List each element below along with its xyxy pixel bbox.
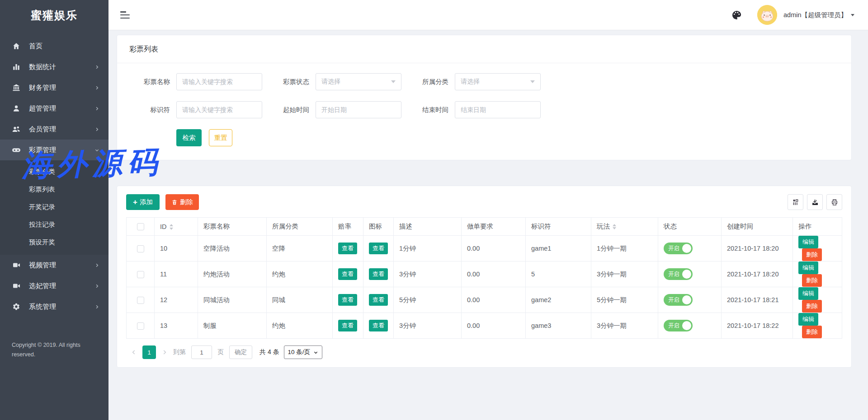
column-header: ID — [155, 218, 198, 236]
filter-select[interactable]: 请选择 — [316, 73, 401, 90]
sidebar-subitem[interactable]: 预设开奖 — [0, 233, 108, 251]
filter-input[interactable] — [182, 78, 256, 85]
page-size-select[interactable]: 10 条/页 — [284, 345, 323, 359]
add-button[interactable]: + 添加 — [126, 194, 160, 210]
filter-input-wrap — [176, 73, 262, 90]
sidebar-item-admins[interactable]: 超管管理 — [0, 98, 108, 119]
delete-button[interactable]: 删除 — [802, 300, 822, 313]
view-odds-button[interactable]: 查看 — [338, 294, 357, 306]
goto-page-input[interactable] — [191, 345, 212, 359]
sidebar-item-home[interactable]: 首页 — [0, 36, 108, 56]
edit-button[interactable]: 编辑 — [798, 313, 818, 326]
columns-icon — [792, 199, 799, 206]
prev-page-button[interactable] — [131, 349, 137, 355]
select-placeholder: 请选择 — [461, 78, 480, 86]
filter-input[interactable] — [182, 106, 256, 113]
view-odds-button[interactable]: 查看 — [338, 320, 357, 331]
status-toggle[interactable]: 开启 — [664, 320, 693, 331]
cell-category: 约炮 — [267, 261, 333, 287]
row-checkbox[interactable] — [137, 271, 144, 278]
filter-input[interactable] — [321, 106, 396, 113]
sidebar-subitem[interactable]: 开奖记录 — [0, 198, 108, 216]
column-header: 操作 — [793, 218, 842, 236]
user-menu[interactable]: admin【超级管理员】 — [783, 11, 854, 19]
theme-palette-icon[interactable] — [731, 10, 742, 20]
column-header: 玩法 — [591, 218, 658, 236]
sidebar-toggle-button[interactable] — [120, 11, 130, 19]
sidebar-item-lottery[interactable]: 彩票管理 — [0, 140, 108, 160]
view-icon-button[interactable]: 查看 — [369, 268, 388, 280]
export-icon — [811, 199, 819, 206]
toggle-knob — [682, 270, 691, 279]
table-body: 10空降活动空降查看查看1分钟0.00game11分钟一期开启2021-10-1… — [127, 236, 842, 339]
view-odds-button[interactable]: 查看 — [338, 243, 357, 254]
app-root: 蜜獾娱乐 首页数据统计财务管理超管管理会员管理彩票管理彩票分类彩票列表开奖记录投… — [0, 0, 868, 420]
edit-button[interactable]: 编辑 — [798, 236, 818, 248]
select-all-checkbox[interactable] — [137, 223, 144, 230]
view-icon-button[interactable]: 查看 — [369, 294, 388, 306]
view-icon-button[interactable]: 查看 — [369, 243, 388, 254]
status-toggle[interactable]: 开启 — [664, 294, 693, 306]
filter-group-3: 标识符 — [129, 101, 262, 118]
filter-select[interactable]: 请选择 — [455, 73, 541, 90]
table-row: 12同城活动同城查看查看5分钟0.00game25分钟一期开启2021-10-1… — [127, 287, 842, 313]
status-toggle[interactable]: 开启 — [664, 243, 693, 254]
sidebar-item-girls[interactable]: 选妃管理 — [0, 275, 108, 296]
sort-icon[interactable] — [613, 224, 616, 230]
reset-button[interactable]: 重置 — [209, 129, 232, 146]
view-odds-button[interactable]: 查看 — [338, 268, 357, 280]
status-toggle[interactable]: 开启 — [664, 268, 693, 280]
column-header: 状态 — [658, 218, 722, 236]
toggle-knob — [682, 244, 691, 253]
sidebar-subitem[interactable]: 彩票分类 — [0, 163, 108, 181]
caret-down-icon — [851, 14, 854, 16]
columns-toggle-button[interactable] — [788, 194, 803, 210]
column-header: 描述 — [394, 218, 462, 236]
chevron-down-icon — [94, 148, 99, 153]
sidebar-item-system[interactable]: 系统管理 — [0, 296, 108, 317]
export-button[interactable] — [807, 194, 823, 210]
cell-category: 同城 — [267, 287, 333, 313]
delete-button[interactable]: 删除 — [802, 326, 822, 338]
edit-button[interactable]: 编辑 — [798, 287, 818, 300]
table-head: ID彩票名称所属分类赔率图标描述做单要求标识符玩法状态创建时间操作 — [127, 218, 842, 236]
sidebar-subitem[interactable]: 彩票列表 — [0, 181, 108, 198]
sidebar-item-members[interactable]: 会员管理 — [0, 119, 108, 140]
sidebar-item-finance[interactable]: 财务管理 — [0, 77, 108, 98]
sort-icon[interactable] — [170, 224, 173, 230]
row-checkbox[interactable] — [137, 297, 144, 304]
table-row: 13制服约炮查看查看3分钟0.00game33分钟一期开启2021-10-17 … — [127, 313, 842, 339]
filter-input[interactable] — [461, 106, 535, 113]
sidebar-nav: 首页数据统计财务管理超管管理会员管理彩票管理彩票分类彩票列表开奖记录投注记录预设… — [0, 36, 108, 317]
chevron-right-icon — [94, 65, 99, 70]
cell-play: 3分钟一期 — [591, 313, 658, 339]
row-checkbox[interactable] — [137, 322, 144, 330]
edit-button[interactable]: 编辑 — [798, 261, 818, 274]
delete-button[interactable]: 删除 — [802, 274, 822, 287]
next-page-button[interactable] — [161, 349, 168, 355]
table-row: 11约炮活动约炮查看查看3分钟0.0053分钟一期开启2021-10-17 18… — [127, 261, 842, 287]
sidebar-subitem[interactable]: 投注记录 — [0, 216, 108, 233]
sidebar-submenu-lottery: 彩票分类彩票列表开奖记录投注记录预设开奖 — [0, 160, 108, 255]
cell-desc: 1分钟 — [394, 236, 462, 261]
search-button[interactable]: 检索 — [176, 129, 202, 146]
filter-label: 彩票名称 — [129, 78, 170, 86]
bulk-delete-button[interactable]: 删除 — [165, 194, 199, 210]
cell-identifier: game3 — [526, 313, 591, 339]
sidebar-item-stats[interactable]: 数据统计 — [0, 56, 108, 77]
row-checkbox[interactable] — [137, 245, 144, 252]
sidebar-item-video[interactable]: 视频管理 — [0, 255, 108, 275]
table-row: 10空降活动空降查看查看1分钟0.00game11分钟一期开启2021-10-1… — [127, 236, 842, 261]
user-avatar[interactable] — [757, 5, 777, 25]
delete-button[interactable]: 删除 — [802, 248, 822, 261]
view-icon-button[interactable]: 查看 — [369, 320, 388, 331]
caret-down-icon — [530, 80, 535, 83]
page-size-label: 10 条/页 — [288, 348, 311, 356]
print-button[interactable] — [826, 194, 842, 210]
filter-group-0: 彩票名称 — [129, 73, 262, 90]
filter-label: 起始时间 — [269, 106, 309, 114]
goto-confirm-button[interactable]: 确定 — [229, 345, 252, 359]
toggle-knob — [682, 321, 691, 330]
column-header: 创建时间 — [722, 218, 793, 236]
page-number-button[interactable]: 1 — [142, 345, 156, 359]
